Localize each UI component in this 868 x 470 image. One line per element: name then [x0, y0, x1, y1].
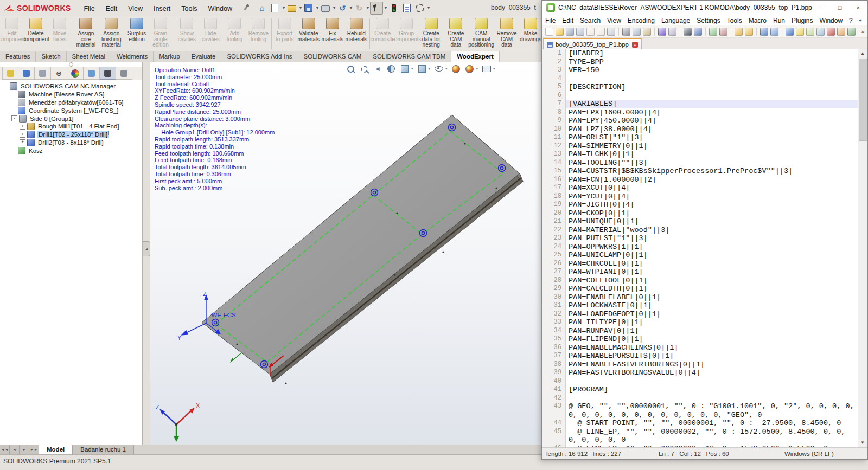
zoom-to-area-button[interactable]: [359, 64, 369, 74]
editor-line[interactable]: 23PAN=PUTLST|"1"||3|: [542, 234, 858, 243]
scrollbar-thumb[interactable]: [859, 59, 867, 141]
dropdown-caret-icon[interactable]: ▾: [445, 67, 448, 71]
editor-line[interactable]: 12PAN=SIMMETRY|0||1|: [542, 142, 858, 151]
zoom-to-fit-button[interactable]: [346, 64, 355, 74]
new-file-icon[interactable]: [545, 28, 553, 36]
apply-scene-button[interactable]: [465, 64, 475, 74]
editor-line[interactable]: 1[HEADER]: [542, 49, 858, 58]
copy-icon[interactable]: [633, 28, 641, 36]
tab-markup[interactable]: Markup: [154, 51, 186, 62]
editor-line[interactable]: 42: [542, 394, 858, 403]
editor-line[interactable]: 35PAN=FLIPEND|0||1|: [542, 335, 858, 344]
scroll-up-arrow[interactable]: ▲: [858, 49, 867, 58]
previous-view-button[interactable]: ◄: [373, 64, 382, 74]
tab-solidworks-cam[interactable]: SOLIDWORKS CAM: [298, 51, 368, 62]
editor-line[interactable]: 22PAN=MATERIAL|"wood"||3|: [542, 226, 858, 235]
edit-appearance-button[interactable]: [451, 64, 461, 74]
print-button[interactable]: [320, 2, 331, 14]
editor-line[interactable]: 30PAN=ENABLELABEL|0||1|: [542, 293, 858, 302]
tab-solidworks-cam-tbm[interactable]: SOLIDWORKS CAM TBM: [367, 51, 451, 62]
dropdown-caret-icon[interactable]: ▾: [333, 5, 335, 10]
editor-line[interactable]: 36PAN=ENABLEMACHLINKS|0||1|: [542, 344, 858, 352]
tree-item-drill[interactable]: +Drill2[T03 - 8x118° Drill]: [1, 139, 142, 147]
zoom-in-icon[interactable]: [709, 28, 717, 36]
editor-line[interactable]: 9PAN=LPY|450.0000||4|: [542, 117, 858, 125]
home-button[interactable]: ⌂: [256, 2, 268, 14]
tree-item-setup[interactable]: -Side 0 [Group1]: [1, 114, 142, 123]
bottom-tab-model[interactable]: Model: [39, 445, 73, 454]
function-list-icon[interactable]: [806, 28, 814, 36]
macro-icon[interactable]: [827, 28, 835, 36]
menu-tools[interactable]: Tools: [176, 3, 202, 15]
npp-menu-view[interactable]: View: [604, 17, 624, 24]
menu-view[interactable]: View: [123, 3, 148, 15]
tree-item-recycle[interactable]: Kosz: [1, 146, 142, 154]
undo-icon[interactable]: [658, 28, 666, 36]
editor-line[interactable]: 33PAN=ITLTYPE|0||1|: [542, 318, 858, 327]
editor-line[interactable]: 3VER=150: [542, 66, 858, 75]
editor-line[interactable]: 38PAN=ENABLEFASTVERTBORINGS|0||1|: [542, 360, 858, 369]
restore-recent-icon[interactable]: [735, 28, 743, 36]
undo-button[interactable]: ↺: [336, 2, 348, 14]
display-manager-tab[interactable]: [67, 67, 84, 80]
editor-line[interactable]: 13PAN=TLCHK|0||1|: [542, 150, 858, 159]
validate-materials-button[interactable]: Validate materials: [297, 17, 321, 43]
npp-menu-tools[interactable]: Tools: [724, 17, 745, 24]
editor-line[interactable]: 27PAN=WTPIANI|0||1|: [542, 268, 858, 276]
fix-materials-button[interactable]: Fix materials: [321, 17, 344, 43]
editor-scrollbar[interactable]: ▲ ▼: [858, 49, 867, 447]
editor-line[interactable]: 32PAN=LOADEDGEOPT|0||1|: [542, 310, 858, 319]
editor-line[interactable]: 4: [542, 75, 858, 83]
editor-line[interactable]: 16PAN=FCN|1.000000||2|: [542, 176, 858, 184]
view-settings-button[interactable]: [482, 64, 492, 74]
editor-line[interactable]: 10PAN=LPZ|38.0000||4|: [542, 125, 858, 134]
close-icon[interactable]: [586, 28, 595, 36]
npp-menu-help[interactable]: ?: [846, 17, 856, 24]
rebuild-traffic-light-button[interactable]: [388, 2, 400, 14]
expand-toggle[interactable]: +: [20, 124, 25, 130]
indent-guide-icon[interactable]: [786, 28, 794, 36]
dropdown-caret-icon[interactable]: ▾: [476, 67, 478, 71]
maximize-button[interactable]: □: [831, 1, 849, 15]
new-tab-button[interactable]: +: [856, 17, 865, 23]
editor-line[interactable]: 5[DESCRIPTION]: [542, 83, 858, 92]
redo-button[interactable]: ↻: [353, 2, 365, 14]
dropdown-caret-icon[interactable]: ▾: [493, 67, 495, 71]
npp-menu-window[interactable]: Window: [816, 17, 846, 24]
view-monitor-icon[interactable]: [847, 28, 856, 36]
doc-switcher-icon[interactable]: [816, 28, 825, 36]
expand-toggle[interactable]: +: [20, 132, 25, 138]
editor-line[interactable]: 18PAN=YCUT|0||4|: [542, 192, 858, 201]
editor-line[interactable]: 29PAN=CALCEDTH|0||1|: [542, 285, 858, 293]
delete-component-button[interactable]: Delete component: [24, 17, 48, 43]
tab-woodexpert[interactable]: WoodExpert: [451, 51, 500, 62]
editor-line[interactable]: 28PAN=COLLTOOL|0||1|: [542, 276, 858, 285]
save-all-icon[interactable]: [576, 28, 584, 36]
npp-menu-run[interactable]: Run: [770, 17, 788, 24]
find-icon[interactable]: [684, 28, 692, 36]
editor-line[interactable]: 34PAN=RUNPAV|0||1|: [542, 327, 858, 336]
menu-window[interactable]: Window: [202, 3, 237, 15]
npp-menu-search[interactable]: Search: [577, 17, 604, 24]
tab-nav-arrows[interactable]: ◄◄◄►►►: [0, 445, 39, 454]
folder-workspace-icon[interactable]: [837, 28, 845, 36]
replace-icon[interactable]: [694, 28, 702, 36]
editor-line[interactable]: 43@ GEO, "", "",00000001, "", 0 : "G1001…: [542, 402, 858, 419]
dropdown-caret-icon[interactable]: ▾: [367, 5, 369, 10]
dropdown-caret-icon[interactable]: ▾: [316, 5, 318, 10]
doc-map-icon[interactable]: [796, 28, 804, 36]
tab-solidworks-add-ins[interactable]: SOLIDWORKS Add-Ins: [221, 51, 298, 62]
menu-insert[interactable]: Insert: [148, 3, 176, 15]
cam-operation-tree-tab[interactable]: [100, 67, 116, 80]
text-editor[interactable]: 1[HEADER]2TYPE=BPP3VER=15045[DESCRIPTION…: [542, 49, 858, 447]
close-button[interactable]: ×: [849, 1, 867, 15]
dropdown-caret-icon[interactable]: ▾: [411, 67, 413, 71]
editor-line[interactable]: 20PAN=CKOP|0||1|: [542, 209, 858, 218]
editor-line[interactable]: 44 @ START_POINT, "", "", 00000001, "", …: [542, 419, 858, 428]
configuration-manager-tab[interactable]: [35, 67, 51, 80]
editor-line[interactable]: 17PAN=XCUT|0||4|: [542, 184, 858, 192]
tree-item-machine[interactable]: Machine [Biesse Rover AS]: [1, 91, 142, 99]
tab-sketch[interactable]: Sketch: [36, 51, 66, 62]
cam-manual-positioning-button[interactable]: CAM manual positioning: [468, 17, 495, 49]
options-gear-button[interactable]: [414, 2, 426, 14]
